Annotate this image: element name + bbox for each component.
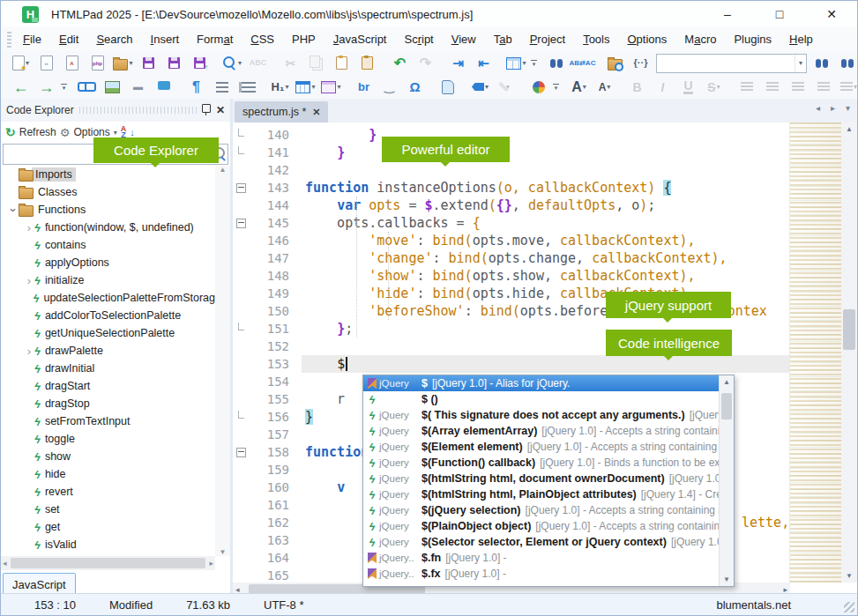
cut-button[interactable]: ✂	[279, 53, 302, 74]
color-picker-button[interactable]	[526, 77, 550, 98]
italic-button[interactable]: I	[651, 77, 675, 98]
scrollbar-thumb[interactable]	[721, 393, 732, 419]
autocomplete-item[interactable]: ϟjQuery$(Element element)[jQuery 1.0] - …	[363, 439, 719, 455]
autocomplete-item[interactable]: jQuery..$.fx[jQuery 1.0] -	[363, 566, 719, 582]
menu-search[interactable]: Search	[87, 27, 141, 51]
tree-item-set[interactable]: ϟset	[1, 501, 215, 518]
toolbar-overflow-icon[interactable]: ▾	[61, 79, 67, 95]
tree-item-hide[interactable]: ϟhide	[1, 465, 215, 483]
autocomplete-item[interactable]: ϟjQuery$(Selector selector, Element or j…	[363, 534, 719, 550]
tree-horizontal-scrollbar[interactable]: ◂▸	[1, 556, 215, 570]
paragraph-button[interactable]: ¶	[184, 77, 208, 98]
find-next-button[interactable]	[810, 53, 834, 74]
search-button[interactable]: ▾	[220, 53, 244, 74]
table-button[interactable]: ▾	[294, 77, 317, 98]
menu-tools[interactable]: Tools	[574, 27, 618, 51]
tree-item-addcolortoselectionpalette[interactable]: ϟaddColorToSelectionPalette	[1, 307, 215, 324]
fold-marker[interactable]	[233, 146, 249, 160]
fold-marker[interactable]	[233, 411, 249, 424]
expander-icon[interactable]: ›	[24, 221, 34, 234]
autocomplete-item[interactable]: ϟjQuery$(Function() callback)[jQuery 1.0…	[363, 455, 719, 471]
menu-file[interactable]: File	[14, 27, 50, 51]
numbered-list-button[interactable]	[235, 77, 259, 98]
tree-item-contains[interactable]: ϟcontains	[1, 236, 215, 254]
panel-close-icon[interactable]: ✕	[216, 104, 225, 116]
menu-insert[interactable]: Insert	[142, 27, 189, 51]
script-block-button[interactable]	[436, 77, 459, 98]
panel-layout-button[interactable]: ▾	[504, 53, 528, 74]
tree-item-initialize[interactable]: ›ϟinitialize	[1, 271, 215, 289]
clipboard-button[interactable]	[355, 53, 379, 74]
find-in-files-button[interactable]	[603, 53, 627, 74]
autocomplete-item[interactable]: ϟjQuery$(PlainObject object)[jQuery 1.0]…	[363, 518, 719, 534]
tree-item-dragstop[interactable]: ϟdragStop	[1, 395, 215, 412]
tree-item-applyoptions[interactable]: ϟapplyOptions	[1, 254, 215, 271]
chevron-down-icon[interactable]: ▾	[114, 129, 117, 137]
new-document-button[interactable]: ✶▾	[9, 53, 33, 74]
tab-scroll-left-icon[interactable]: ◂	[816, 103, 820, 113]
code-line-142[interactable]: 142	[233, 161, 790, 179]
toolbar-overflow-icon[interactable]: ▾	[531, 56, 537, 71]
find-previous-button[interactable]	[836, 53, 858, 74]
search-term-input[interactable]	[657, 56, 795, 71]
form-button[interactable]: ▾	[319, 77, 343, 98]
tree-item-dragstart[interactable]: ϟdragStart	[1, 377, 215, 395]
options-button[interactable]: Options	[73, 126, 109, 138]
redo-button[interactable]: ↷	[414, 53, 437, 74]
tab-list-icon[interactable]: ▾	[846, 103, 850, 113]
popup-scrollbar[interactable]: ▲▼	[719, 375, 734, 586]
spell-check-button[interactable]: ABC	[246, 53, 270, 74]
replace-button[interactable]: AB⇄AC	[571, 53, 594, 74]
menu-javascript[interactable]: JavaScript	[325, 27, 396, 51]
fold-box-icon[interactable]	[236, 183, 246, 193]
code-line-143[interactable]: 143function instanceOptions(o, callbackC…	[233, 179, 790, 197]
autocomplete-item[interactable]: jQuery..$.fn[jQuery 1.0] -	[363, 550, 719, 566]
undo-button[interactable]: ↶	[388, 53, 412, 74]
tree-item-classes[interactable]: Classes	[1, 183, 215, 201]
autocomplete-item[interactable]: ϟjQuery$(htmlString html, PlainObject at…	[363, 486, 719, 502]
open-file-button[interactable]: ▾	[111, 53, 135, 74]
autocomplete-item[interactable]: ϟjQuery$(jQuery selection)[jQuery 1.0] -…	[363, 502, 719, 518]
menu-project[interactable]: Project	[521, 27, 574, 51]
autocomplete-item[interactable]: ϟjQuery$(htmlString html, document owner…	[363, 471, 719, 486]
expander-icon[interactable]: ›	[24, 274, 34, 287]
tree-item-functions[interactable]: ›Functions	[1, 201, 215, 219]
indent-button[interactable]: ⇥	[446, 53, 470, 74]
tree-item-show[interactable]: ϟshow	[1, 448, 215, 465]
tab-scroll-right-icon[interactable]: ▸	[831, 103, 835, 113]
menu-edit[interactable]: Edit	[50, 27, 87, 51]
scrollbar-thumb[interactable]	[11, 558, 206, 568]
minimize-button[interactable]: –	[714, 7, 741, 21]
paste-button[interactable]	[330, 53, 354, 74]
menu-macro[interactable]: Macro	[675, 27, 725, 51]
menu-php[interactable]: PHP	[283, 27, 325, 51]
editor-vertical-scrollbar[interactable]: ▲▼	[841, 122, 857, 583]
autocomplete-item[interactable]: ϟjQuery$( This signature does not accept…	[363, 407, 719, 423]
align-left-button[interactable]	[735, 77, 758, 98]
find-button[interactable]	[545, 53, 569, 74]
close-button[interactable]: ✕	[818, 7, 845, 21]
tab-spectrum-js[interactable]: spectrum.js * ✕	[235, 101, 328, 122]
new-php-document-button[interactable]: php	[86, 53, 109, 74]
tree-item-drawpalette[interactable]: ›ϟdrawPalette	[1, 342, 215, 360]
menu-script[interactable]: Script	[395, 27, 442, 51]
tree-vertical-scrollbar[interactable]: ▲▼	[215, 166, 230, 556]
code-line-147[interactable]: 147 'change': bind(opts.change, callback…	[233, 249, 790, 267]
bold-button[interactable]: B	[625, 77, 649, 98]
format-painter-button[interactable]: ▾	[494, 77, 518, 98]
toolbar-overflow-icon[interactable]: ▾	[553, 79, 559, 95]
menu-view[interactable]: View	[443, 27, 485, 51]
tree-item-get[interactable]: ϟget	[1, 518, 215, 536]
tag-button[interactable]: ▾	[468, 77, 492, 98]
align-right-button[interactable]	[786, 77, 810, 98]
save-button[interactable]	[137, 53, 160, 74]
line-spacing-button[interactable]: ▾	[837, 77, 858, 98]
code-line-146[interactable]: 146 'move': bind(opts.move, callbackCont…	[233, 232, 790, 249]
special-character-button[interactable]: Ω	[403, 77, 427, 98]
bullet-list-button[interactable]	[210, 77, 234, 98]
new-text-document-button[interactable]: A	[60, 53, 84, 74]
code-line-148[interactable]: 148 'show': bind(opts.show, callbackCont…	[233, 267, 790, 285]
code-line-145[interactable]: 145 opts.callbacks = {	[233, 214, 790, 232]
code-line-153[interactable]: 153 $	[233, 355, 790, 373]
tree-item-function-window-undefined-[interactable]: ›ϟfunction(window, $, undefined)	[1, 219, 215, 236]
